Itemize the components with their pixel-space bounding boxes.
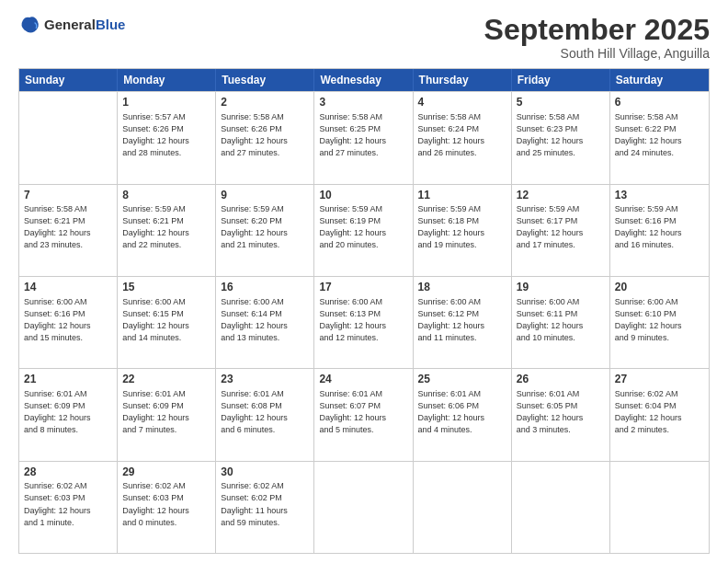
calendar-day-cell: 16Sunrise: 6:00 AM Sunset: 6:14 PM Dayli… xyxy=(216,277,314,368)
location-subtitle: South Hill Village, Anguilla xyxy=(484,46,710,61)
day-info: Sunrise: 6:00 AM Sunset: 6:16 PM Dayligh… xyxy=(24,296,112,344)
calendar-day-cell: 30Sunrise: 6:02 AM Sunset: 6:02 PM Dayli… xyxy=(216,462,314,553)
calendar-header-row: SundayMondayTuesdayWednesdayThursdayFrid… xyxy=(19,69,709,91)
day-info: Sunrise: 6:02 AM Sunset: 6:02 PM Dayligh… xyxy=(221,480,309,528)
day-info: Sunrise: 5:59 AM Sunset: 6:17 PM Dayligh… xyxy=(517,203,605,251)
day-number: 13 xyxy=(615,188,704,203)
calendar-day-cell: 1Sunrise: 5:57 AM Sunset: 6:26 PM Daylig… xyxy=(118,92,216,183)
day-info: Sunrise: 6:00 AM Sunset: 6:14 PM Dayligh… xyxy=(221,296,309,344)
day-info: Sunrise: 6:02 AM Sunset: 6:03 PM Dayligh… xyxy=(24,480,112,528)
day-info: Sunrise: 5:59 AM Sunset: 6:18 PM Dayligh… xyxy=(418,203,506,251)
calendar-day-cell: 21Sunrise: 6:01 AM Sunset: 6:09 PM Dayli… xyxy=(19,369,118,460)
day-number: 16 xyxy=(221,280,309,295)
calendar-day-cell: 15Sunrise: 6:00 AM Sunset: 6:15 PM Dayli… xyxy=(118,277,216,368)
day-number: 7 xyxy=(24,188,112,203)
logo-text: GeneralBlue xyxy=(44,17,125,33)
header: GeneralBlue September 2025 South Hill Vi… xyxy=(18,14,710,61)
day-number: 26 xyxy=(517,372,605,387)
day-info: Sunrise: 5:58 AM Sunset: 6:22 PM Dayligh… xyxy=(615,111,704,159)
calendar-day-cell: 2Sunrise: 5:58 AM Sunset: 6:26 PM Daylig… xyxy=(216,92,314,183)
calendar-day-cell: 25Sunrise: 6:01 AM Sunset: 6:06 PM Dayli… xyxy=(414,369,512,460)
day-info: Sunrise: 6:01 AM Sunset: 6:05 PM Dayligh… xyxy=(517,388,605,436)
logo-blue: Blue xyxy=(96,17,126,32)
day-number: 18 xyxy=(418,280,506,295)
calendar-day-cell: 22Sunrise: 6:01 AM Sunset: 6:09 PM Dayli… xyxy=(118,369,216,460)
day-info: Sunrise: 5:58 AM Sunset: 6:26 PM Dayligh… xyxy=(221,111,309,159)
day-info: Sunrise: 5:58 AM Sunset: 6:24 PM Dayligh… xyxy=(418,111,506,159)
calendar-day-cell: 5Sunrise: 5:58 AM Sunset: 6:23 PM Daylig… xyxy=(512,92,610,183)
day-info: Sunrise: 6:01 AM Sunset: 6:07 PM Dayligh… xyxy=(319,388,407,436)
day-number: 28 xyxy=(24,465,112,480)
calendar-day-cell: 19Sunrise: 6:00 AM Sunset: 6:11 PM Dayli… xyxy=(512,277,610,368)
calendar-day-cell: 7Sunrise: 5:58 AM Sunset: 6:21 PM Daylig… xyxy=(19,185,118,276)
day-info: Sunrise: 5:59 AM Sunset: 6:21 PM Dayligh… xyxy=(122,203,210,251)
day-info: Sunrise: 5:58 AM Sunset: 6:25 PM Dayligh… xyxy=(319,111,407,159)
day-number: 29 xyxy=(122,465,210,480)
logo-general: General xyxy=(44,17,96,32)
calendar-body: 1Sunrise: 5:57 AM Sunset: 6:26 PM Daylig… xyxy=(19,91,709,553)
calendar-empty-cell xyxy=(512,462,610,553)
day-number: 19 xyxy=(517,280,605,295)
calendar-day-cell: 14Sunrise: 6:00 AM Sunset: 6:16 PM Dayli… xyxy=(19,277,118,368)
day-number: 27 xyxy=(615,372,704,387)
day-number: 8 xyxy=(122,188,210,203)
day-number: 22 xyxy=(122,372,210,387)
calendar-empty-cell xyxy=(610,462,709,553)
day-info: Sunrise: 6:00 AM Sunset: 6:12 PM Dayligh… xyxy=(418,296,506,344)
calendar-day-cell: 6Sunrise: 5:58 AM Sunset: 6:22 PM Daylig… xyxy=(610,92,709,183)
day-info: Sunrise: 5:59 AM Sunset: 6:16 PM Dayligh… xyxy=(615,203,704,251)
day-info: Sunrise: 6:01 AM Sunset: 6:08 PM Dayligh… xyxy=(221,388,309,436)
day-info: Sunrise: 6:00 AM Sunset: 6:10 PM Dayligh… xyxy=(615,296,704,344)
day-of-week-header: Tuesday xyxy=(216,69,314,91)
day-of-week-header: Thursday xyxy=(414,69,512,91)
day-number: 2 xyxy=(221,95,309,110)
day-of-week-header: Sunday xyxy=(19,69,118,91)
calendar-empty-cell xyxy=(414,462,512,553)
calendar-day-cell: 10Sunrise: 5:59 AM Sunset: 6:19 PM Dayli… xyxy=(314,185,413,276)
day-info: Sunrise: 6:02 AM Sunset: 6:04 PM Dayligh… xyxy=(615,388,704,436)
calendar-day-cell: 9Sunrise: 5:59 AM Sunset: 6:20 PM Daylig… xyxy=(216,185,314,276)
day-info: Sunrise: 5:57 AM Sunset: 6:26 PM Dayligh… xyxy=(122,111,210,159)
day-of-week-header: Monday xyxy=(118,69,216,91)
calendar-empty-cell xyxy=(19,92,118,183)
calendar-week-row: 1Sunrise: 5:57 AM Sunset: 6:26 PM Daylig… xyxy=(19,91,709,183)
logo-icon xyxy=(18,14,40,36)
day-number: 14 xyxy=(24,280,112,295)
title-block: September 2025 South Hill Village, Angui… xyxy=(484,14,710,61)
day-number: 30 xyxy=(221,465,309,480)
day-number: 12 xyxy=(517,188,605,203)
calendar-day-cell: 3Sunrise: 5:58 AM Sunset: 6:25 PM Daylig… xyxy=(314,92,413,183)
day-number: 21 xyxy=(24,372,112,387)
calendar-week-row: 7Sunrise: 5:58 AM Sunset: 6:21 PM Daylig… xyxy=(19,184,709,276)
day-of-week-header: Friday xyxy=(512,69,610,91)
calendar-day-cell: 13Sunrise: 5:59 AM Sunset: 6:16 PM Dayli… xyxy=(610,185,709,276)
day-number: 5 xyxy=(517,95,605,110)
logo: GeneralBlue xyxy=(18,14,125,36)
day-number: 25 xyxy=(418,372,506,387)
calendar-day-cell: 29Sunrise: 6:02 AM Sunset: 6:03 PM Dayli… xyxy=(118,462,216,553)
calendar-day-cell: 12Sunrise: 5:59 AM Sunset: 6:17 PM Dayli… xyxy=(512,185,610,276)
calendar-empty-cell xyxy=(314,462,413,553)
calendar-week-row: 28Sunrise: 6:02 AM Sunset: 6:03 PM Dayli… xyxy=(19,461,709,553)
day-info: Sunrise: 6:01 AM Sunset: 6:09 PM Dayligh… xyxy=(122,388,210,436)
day-info: Sunrise: 6:02 AM Sunset: 6:03 PM Dayligh… xyxy=(122,480,210,528)
calendar-page: GeneralBlue September 2025 South Hill Vi… xyxy=(0,0,728,563)
day-number: 24 xyxy=(319,372,407,387)
calendar-day-cell: 20Sunrise: 6:00 AM Sunset: 6:10 PM Dayli… xyxy=(610,277,709,368)
month-title: September 2025 xyxy=(484,14,710,46)
day-info: Sunrise: 5:58 AM Sunset: 6:23 PM Dayligh… xyxy=(517,111,605,159)
day-info: Sunrise: 6:01 AM Sunset: 6:09 PM Dayligh… xyxy=(24,388,112,436)
day-number: 17 xyxy=(319,280,407,295)
day-number: 15 xyxy=(122,280,210,295)
calendar-day-cell: 26Sunrise: 6:01 AM Sunset: 6:05 PM Dayli… xyxy=(512,369,610,460)
calendar-day-cell: 18Sunrise: 6:00 AM Sunset: 6:12 PM Dayli… xyxy=(414,277,512,368)
day-number: 23 xyxy=(221,372,309,387)
day-info: Sunrise: 6:00 AM Sunset: 6:11 PM Dayligh… xyxy=(517,296,605,344)
calendar-day-cell: 28Sunrise: 6:02 AM Sunset: 6:03 PM Dayli… xyxy=(19,462,118,553)
calendar-week-row: 14Sunrise: 6:00 AM Sunset: 6:16 PM Dayli… xyxy=(19,276,709,368)
day-number: 11 xyxy=(418,188,506,203)
day-info: Sunrise: 5:59 AM Sunset: 6:20 PM Dayligh… xyxy=(221,203,309,251)
day-number: 1 xyxy=(122,95,210,110)
calendar-day-cell: 17Sunrise: 6:00 AM Sunset: 6:13 PM Dayli… xyxy=(314,277,413,368)
calendar-day-cell: 27Sunrise: 6:02 AM Sunset: 6:04 PM Dayli… xyxy=(610,369,709,460)
